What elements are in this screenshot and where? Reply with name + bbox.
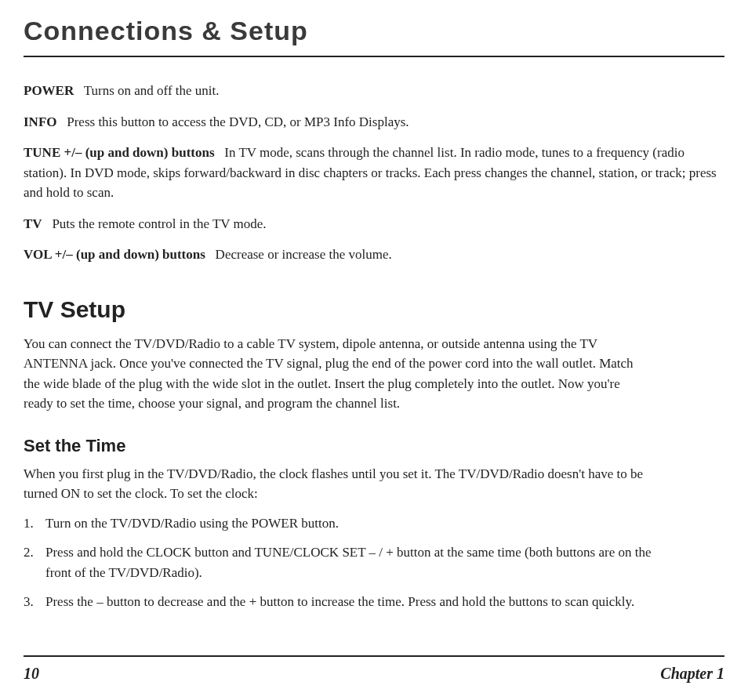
definition-term: POWER [24, 83, 74, 98]
definition-term: VOL +/– (up and down) buttons [24, 247, 205, 262]
definition-item: INFO Press this button to access the DVD… [24, 112, 724, 132]
step-item: Press and hold the CLOCK button and TUNE… [24, 542, 666, 582]
footer-rule [24, 655, 724, 657]
step-item: Press the – button to decrease and the +… [24, 592, 666, 612]
title-rule [24, 56, 724, 57]
definition-item: TV Puts the remote control in the TV mod… [24, 214, 724, 234]
definition-desc: Turns on and off the unit. [84, 83, 220, 98]
definition-term: INFO [24, 114, 57, 129]
definition-desc: Puts the remote control in the TV mode. [52, 216, 266, 231]
page-number: 10 [24, 665, 39, 683]
subsection-intro: When you first plug in the TV/DVD/Radio,… [24, 464, 651, 504]
definition-term: TV [24, 216, 42, 231]
page-title: Connections & Setup [24, 16, 724, 46]
section-title-tv-setup: TV Setup [24, 296, 724, 323]
definition-item: VOL +/– (up and down) buttons Decrease o… [24, 245, 724, 265]
chapter-label: Chapter 1 [660, 665, 724, 683]
definition-term: TUNE +/– (up and down) buttons [24, 145, 215, 160]
definition-item: TUNE +/– (up and down) buttons In TV mod… [24, 143, 724, 203]
page-footer: 10 Chapter 1 [24, 655, 724, 683]
subsection-title-set-time: Set the Time [24, 436, 724, 456]
definition-item: POWER Turns on and off the unit. [24, 81, 724, 101]
definition-desc: Press this button to access the DVD, CD,… [67, 114, 408, 129]
definition-desc: Decrease or increase the volume. [216, 247, 392, 262]
steps-list: Turn on the TV/DVD/Radio using the POWER… [24, 513, 666, 612]
step-item: Turn on the TV/DVD/Radio using the POWER… [24, 513, 666, 534]
definitions-list: POWER Turns on and off the unit. INFO Pr… [24, 81, 724, 265]
section-paragraph: You can connect the TV/DVD/Radio to a ca… [24, 334, 651, 414]
